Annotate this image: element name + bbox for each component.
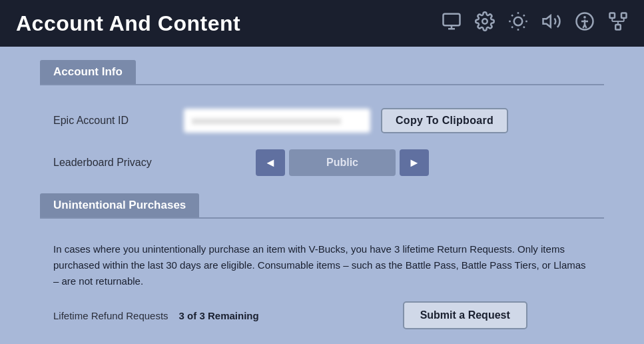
monitor-icon[interactable] bbox=[442, 11, 462, 36]
svg-line-8 bbox=[523, 26, 525, 27]
svg-rect-22 bbox=[615, 25, 621, 30]
privacy-next-button[interactable]: ► bbox=[400, 149, 429, 176]
settings-icon[interactable] bbox=[475, 11, 495, 36]
svg-line-7 bbox=[511, 15, 513, 16]
submit-request-button[interactable]: Submit a Request bbox=[403, 301, 527, 329]
refund-count: 3 of 3 Remaining bbox=[179, 310, 259, 321]
svg-point-4 bbox=[514, 17, 523, 25]
main-content: Account Info Epic Account ID xxxxxxxxxxx… bbox=[0, 47, 644, 344]
svg-point-3 bbox=[482, 19, 487, 24]
leaderboard-privacy-label: Leaderboard Privacy bbox=[53, 157, 173, 169]
refund-row: Lifetime Refund Requests 3 of 3 Remainin… bbox=[40, 296, 604, 335]
svg-line-19 bbox=[585, 25, 587, 28]
brightness-icon[interactable] bbox=[508, 11, 528, 36]
privacy-value: Public bbox=[289, 149, 396, 176]
epic-account-id-label: Epic Account ID bbox=[53, 115, 173, 127]
leaderboard-privacy-row: Leaderboard Privacy ◄ Public ► bbox=[40, 143, 604, 183]
unintentional-purchases-divider bbox=[40, 217, 604, 219]
accessibility-icon[interactable] bbox=[575, 11, 595, 36]
svg-marker-13 bbox=[543, 15, 551, 27]
unintentional-purchases-section: Unintentional Purchases In cases where y… bbox=[40, 193, 604, 335]
topbar: Account And Content bbox=[0, 0, 644, 47]
lifetime-refund-label: Lifetime Refund Requests bbox=[53, 310, 168, 321]
svg-rect-21 bbox=[621, 13, 627, 18]
epic-account-id-row: Epic Account ID xxxxxxxxxxxxxxxxxxxxxxxx… bbox=[40, 99, 604, 143]
copy-to-clipboard-button[interactable]: Copy To Clipboard bbox=[381, 108, 508, 133]
network-icon[interactable] bbox=[608, 11, 628, 36]
svg-line-12 bbox=[523, 15, 525, 16]
page-title: Account And Content bbox=[16, 11, 240, 36]
svg-line-11 bbox=[511, 26, 513, 27]
volume-icon[interactable] bbox=[541, 11, 561, 36]
privacy-prev-button[interactable]: ◄ bbox=[256, 149, 285, 176]
svg-point-15 bbox=[583, 15, 586, 18]
account-info-divider bbox=[40, 84, 604, 85]
svg-rect-20 bbox=[610, 13, 615, 18]
unintentional-purchases-description: In cases where you unintentionally purch… bbox=[40, 232, 604, 296]
account-info-header: Account Info bbox=[40, 60, 136, 84]
svg-rect-0 bbox=[444, 13, 460, 25]
epic-account-id-value: xxxxxxxxxxxxxxxxxxxxxxxxxxxxxxxx bbox=[184, 109, 370, 133]
unintentional-purchases-header: Unintentional Purchases bbox=[40, 193, 199, 217]
account-info-section: Account Info Epic Account ID xxxxxxxxxxx… bbox=[40, 60, 604, 183]
topbar-icons bbox=[442, 11, 628, 36]
